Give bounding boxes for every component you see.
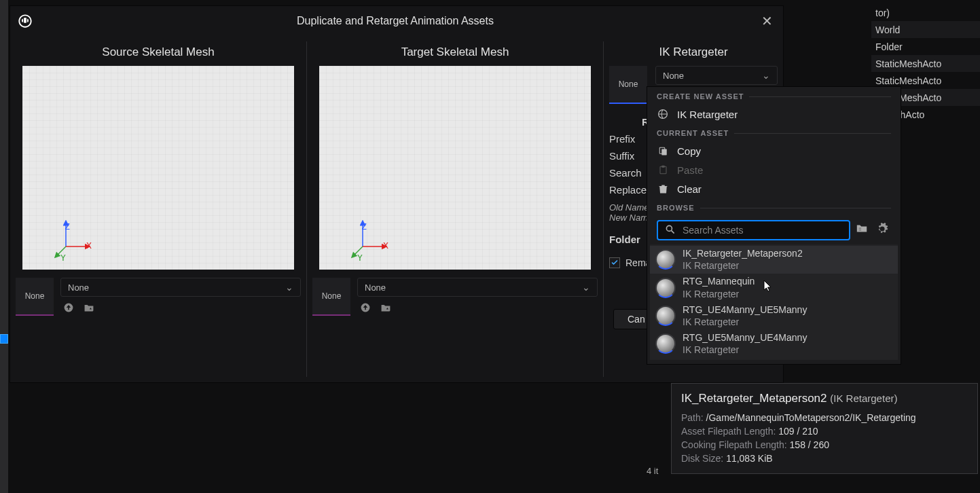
chevron-down-icon: ⌄	[285, 282, 293, 293]
asset-tooltip: IK_Retargeter_Metaperson2 (IK Retargeter…	[671, 383, 978, 474]
axis-z-label: Z	[65, 221, 70, 232]
source-panel-title: Source Skeletal Mesh	[16, 41, 301, 66]
create-new-asset-header: CREATE NEW ASSET	[647, 87, 901, 105]
browse-to-asset-icon[interactable]	[379, 301, 393, 314]
copy-label: Copy	[677, 145, 701, 157]
use-selected-icon[interactable]	[62, 301, 75, 314]
asset-orb-icon	[655, 278, 676, 298]
folder-tree-icon[interactable]	[856, 223, 871, 238]
vertical-separator	[306, 41, 307, 377]
gear-icon[interactable]	[876, 223, 891, 238]
asset-list-item[interactable]: RTG_UE4Manny_UE5Manny IK Retargeter	[650, 302, 898, 330]
chevron-down-icon: ⌄	[762, 70, 770, 81]
dropdown-value: None	[68, 282, 89, 293]
source-asset-thumbnail[interactable]: None	[16, 278, 54, 316]
dropdown-value: None	[365, 282, 386, 293]
asset-name: RTG_UE4Manny_UE5Manny	[683, 304, 807, 316]
outliner-row[interactable]: StaticMeshActo	[871, 55, 980, 72]
axis-x-label: X	[86, 240, 92, 251]
svg-rect-8	[661, 149, 667, 155]
tooltip-title: IK_Retargeter_Metaperson2 (IK Retargeter…	[681, 392, 968, 405]
asset-list-item[interactable]: RTG_UE5Manny_UE4Manny IK Retargeter	[650, 330, 898, 358]
target-asset-dropdown[interactable]: None ⌄	[357, 278, 598, 297]
remap-checkbox[interactable]	[609, 257, 620, 268]
asset-name: IK_Retargeter_Metaperson2	[683, 247, 803, 259]
source-asset-slot: None None ⌄	[16, 278, 301, 316]
chevron-down-icon: ⌄	[582, 282, 590, 293]
asset-list-item[interactable]: IK_Retargeter_Metaperson2 IK Retargeter	[650, 246, 898, 274]
current-asset-header: CURRENT ASSET	[647, 124, 901, 141]
asset-orb-icon	[655, 306, 676, 326]
asset-search-box[interactable]	[657, 220, 850, 240]
asset-orb-icon	[655, 249, 676, 270]
asset-search-input[interactable]	[681, 224, 842, 236]
copy-item[interactable]: Copy	[647, 141, 901, 160]
editor-left-strip	[0, 0, 8, 493]
dialog-title: Duplicate and Retarget Animation Assets	[33, 15, 757, 27]
svg-rect-10	[661, 165, 665, 167]
asset-picker-popup: CREATE NEW ASSET IK Retargeter CURRENT A…	[647, 86, 901, 365]
asset-type: IK Retargeter	[683, 344, 807, 356]
paste-icon	[657, 164, 669, 176]
target-panel-title: Target Skeletal Mesh	[312, 41, 598, 66]
clear-item[interactable]: Clear	[647, 179, 901, 198]
source-panel: Source Skeletal Mesh Z X	[16, 41, 301, 377]
dialog-titlebar[interactable]: Duplicate and Retarget Animation Assets …	[10, 6, 783, 36]
paste-item: Paste	[647, 160, 901, 179]
axis-y-label: Y	[60, 253, 66, 263]
unreal-logo-icon	[17, 13, 33, 29]
target-asset-thumbnail[interactable]: None	[312, 278, 350, 316]
asset-type: IK Retargeter	[683, 259, 803, 272]
asset-list: IK_Retargeter_Metaperson2 IK Retargeter …	[650, 244, 898, 360]
axis-z-label: Z	[361, 221, 367, 232]
browse-header: BROWSE	[647, 198, 901, 216]
asset-type: IK Retargeter	[683, 288, 755, 300]
ik-asset-thumbnail[interactable]: None	[609, 66, 647, 104]
asset-name: RTG_UE5Manny_UE4Manny	[683, 331, 807, 344]
create-ik-retargeter-item[interactable]: IK Retargeter	[647, 105, 901, 124]
source-asset-dropdown[interactable]: None ⌄	[60, 278, 301, 297]
copy-icon	[657, 145, 669, 157]
svg-rect-9	[660, 166, 666, 174]
source-viewport[interactable]: Z X Y	[22, 66, 294, 270]
vertical-separator	[603, 41, 604, 377]
browse-to-asset-icon[interactable]	[82, 301, 96, 314]
outliner-row[interactable]: tor)	[871, 4, 980, 21]
outliner-row[interactable]: Folder	[871, 38, 980, 55]
dropdown-value: None	[663, 71, 684, 81]
paste-label: Paste	[677, 164, 703, 176]
svg-point-11	[666, 225, 672, 231]
clear-label: Clear	[677, 183, 702, 195]
close-icon: ✕	[761, 13, 773, 29]
asset-orb-icon	[655, 333, 676, 354]
search-icon	[665, 224, 676, 237]
axis-x-label: X	[383, 240, 388, 251]
close-button[interactable]: ✕	[757, 12, 776, 31]
use-selected-icon[interactable]	[359, 301, 372, 314]
editor-selection-tag	[0, 334, 8, 344]
target-viewport[interactable]: Z X Y	[319, 66, 591, 270]
create-item-label: IK Retargeter	[677, 109, 738, 120]
asset-name: RTG_Mannequin	[683, 275, 755, 287]
axis-y-label: Y	[357, 253, 363, 263]
target-panel: Target Skeletal Mesh Z X	[312, 41, 598, 377]
items-count-label: 4 it	[647, 466, 658, 476]
outliner-row[interactable]: World	[871, 21, 980, 38]
ik-panel-title: IK Retargeter	[609, 41, 778, 66]
trash-icon	[657, 183, 669, 195]
asset-type: IK Retargeter	[683, 316, 807, 328]
asset-list-item[interactable]: RTG_Mannequin IK Retargeter	[650, 274, 898, 302]
target-asset-slot: None None ⌄	[312, 278, 598, 316]
ik-asset-dropdown[interactable]: None ⌄	[655, 66, 778, 85]
globe-icon	[657, 108, 669, 120]
